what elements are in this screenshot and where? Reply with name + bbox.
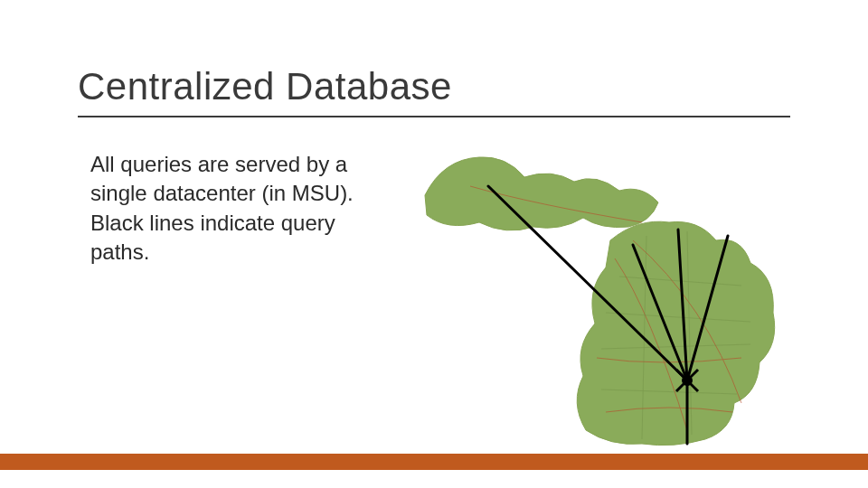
bottom-accent-bar bbox=[0, 454, 868, 470]
slide: Centralized Database All queries are ser… bbox=[0, 0, 868, 488]
title-underline bbox=[78, 116, 790, 117]
slide-body-text: All queries are served by a single datac… bbox=[90, 150, 362, 267]
michigan-map bbox=[416, 132, 796, 457]
slide-title: Centralized Database bbox=[78, 65, 452, 108]
